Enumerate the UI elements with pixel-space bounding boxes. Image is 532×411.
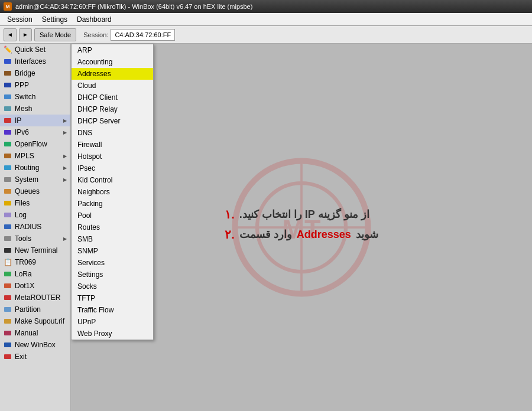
supout-icon <box>4 317 12 325</box>
sidebar-label-tools: Tools <box>15 234 60 243</box>
sidebar-item-interfaces[interactable]: Interfaces <box>0 56 70 67</box>
sidebar-label-partition: Partition <box>15 305 67 314</box>
sidebar-label-lora: LoRa <box>15 270 67 278</box>
radius-icon <box>4 223 12 231</box>
step2-num: .۲ <box>225 227 235 242</box>
queues-icon <box>4 187 12 195</box>
sidebar-item-new-winbox[interactable]: New WinBox <box>0 339 70 351</box>
session-value: C4:AD:34:72:60:FF <box>111 29 175 41</box>
dropdown-item-services[interactable]: Services <box>72 257 153 269</box>
dropdown-item-upnp[interactable]: UPnP <box>72 316 153 328</box>
sidebar-label-openflow: OpenFlow <box>15 140 67 148</box>
dropdown-item-packing[interactable]: Packing <box>72 198 153 210</box>
sidebar-item-openflow[interactable]: OpenFlow <box>0 138 70 150</box>
sidebar-item-log[interactable]: Log <box>0 209 70 221</box>
sidebar-item-files[interactable]: Files <box>0 197 70 209</box>
dropdown-item-snmp[interactable]: SNMP <box>72 245 153 257</box>
sidebar-label-new-winbox: New WinBox <box>15 341 67 349</box>
sidebar-item-exit[interactable]: Exit <box>0 351 70 363</box>
exit-icon <box>4 353 12 361</box>
dropdown-item-hotspot[interactable]: Hotspot <box>72 151 153 162</box>
session-label: Session: <box>83 31 108 38</box>
dropdown-item-web-proxy[interactable]: Web Proxy <box>72 328 153 340</box>
safe-mode-button[interactable]: Safe Mode <box>34 28 76 41</box>
sidebar-item-manual[interactable]: Manual <box>0 327 70 339</box>
ipv6-arrow-icon: ▶ <box>63 130 67 135</box>
sidebar-item-quick-set[interactable]: ✏️ Quick Set <box>0 44 70 56</box>
bridge-icon <box>4 69 12 77</box>
sidebar-label-ip: IP <box>15 116 60 125</box>
title-bar: M admin@C4:AD:34:72:60:FF (MikroTik) - W… <box>0 0 532 13</box>
dropdown-item-dhcp-server[interactable]: DHCP Server <box>72 115 153 127</box>
interfaces-icon <box>4 57 12 66</box>
step1-num: .۱ <box>225 207 235 221</box>
sidebar-item-metarouter[interactable]: MetaROUTER <box>0 292 70 304</box>
menu-dashboard[interactable]: Dashboard <box>72 14 116 25</box>
dropdown-item-addresses[interactable]: Addresses <box>72 68 153 80</box>
dropdown-item-pool[interactable]: Pool <box>72 210 153 221</box>
dropdown-item-socks[interactable]: Socks <box>72 280 153 292</box>
sidebar-item-queues[interactable]: Queues <box>0 185 70 197</box>
sidebar-item-make-supout[interactable]: Make Supout.rif <box>0 315 70 327</box>
dropdown-item-dhcp-client[interactable]: DHCP Client <box>72 92 153 103</box>
sidebar-item-bridge[interactable]: Bridge <box>0 67 70 79</box>
tools-icon <box>4 234 12 243</box>
files-icon <box>4 199 12 207</box>
sidebar-item-new-terminal[interactable]: New Terminal <box>0 244 70 256</box>
dropdown-item-smb[interactable]: SMB <box>72 233 153 245</box>
sidebar-item-dot1x[interactable]: Dot1X <box>0 280 70 292</box>
tools-arrow-icon: ▶ <box>63 236 67 242</box>
sidebar-label-new-terminal: New Terminal <box>15 246 67 255</box>
dropdown-item-kid-control[interactable]: Kid Control <box>72 174 153 186</box>
wand-icon: ✏️ <box>4 45 12 54</box>
sidebar-item-lora[interactable]: LoRa <box>0 268 70 280</box>
dropdown-item-arp[interactable]: ARP <box>72 44 153 56</box>
dropdown-item-tftp[interactable]: TFTP <box>72 292 153 304</box>
switch-icon <box>4 93 12 101</box>
sidebar-item-tools[interactable]: Tools ▶ <box>0 233 70 244</box>
dropdown-item-accounting[interactable]: Accounting <box>72 56 153 68</box>
sidebar-label-ppp: PPP <box>15 81 67 89</box>
dropdown-item-routes[interactable]: Routes <box>72 221 153 233</box>
new-terminal-icon <box>4 246 12 255</box>
sidebar-item-mpls[interactable]: MPLS ▶ <box>0 150 70 162</box>
openflow-icon <box>4 140 12 148</box>
sidebar-item-ip[interactable]: IP ▶ <box>0 115 70 126</box>
manual-icon <box>4 329 12 337</box>
sidebar-item-ipv6[interactable]: IPv6 ▶ <box>0 126 70 138</box>
sidebar-item-radius[interactable]: RADIUS <box>0 221 70 233</box>
sidebar-item-mesh[interactable]: Mesh <box>0 103 70 115</box>
dropdown-item-settings[interactable]: Settings <box>72 269 153 280</box>
sidebar-label-files: Files <box>15 199 67 207</box>
toolbar: ◄ ► Safe Mode Session: C4:AD:34:72:60:FF <box>0 26 532 44</box>
instruction-step1: از منو گزینه IP را انتخاب کنید. .۱ <box>225 207 378 221</box>
sidebar-item-tr069[interactable]: 📋 TR069 <box>0 256 70 268</box>
sidebar-label-interfaces: Interfaces <box>15 57 67 66</box>
ppp-icon <box>4 81 12 89</box>
menu-session[interactable]: Session <box>2 14 37 25</box>
dropdown-item-cloud[interactable]: Cloud <box>72 80 153 92</box>
log-icon <box>4 211 12 219</box>
sidebar-item-partition[interactable]: Partition <box>0 304 70 315</box>
dropdown-item-neighbors[interactable]: Neighbors <box>72 186 153 198</box>
sidebar-label-mesh: Mesh <box>15 105 67 113</box>
mesh-icon <box>4 105 12 113</box>
sidebar-label-quick-set: Quick Set <box>15 45 67 54</box>
dropdown-item-traffic-flow[interactable]: Traffic Flow <box>72 304 153 316</box>
sidebar-item-system[interactable]: System ▶ <box>0 174 70 185</box>
menu-settings[interactable]: Settings <box>37 14 72 25</box>
dropdown-item-firewall[interactable]: Firewall <box>72 139 153 151</box>
sidebar-item-switch[interactable]: Switch <box>0 91 70 103</box>
dropdown-item-ipsec[interactable]: IPsec <box>72 162 153 174</box>
ip-icon <box>4 116 12 125</box>
sidebar-label-metarouter: MetaROUTER <box>15 293 67 302</box>
sidebar-item-routing[interactable]: Routing ▶ <box>0 162 70 174</box>
dropdown-item-dhcp-relay[interactable]: DHCP Relay <box>72 103 153 115</box>
back-button[interactable]: ◄ <box>4 28 17 41</box>
addresses-highlight: Addresses <box>297 229 351 241</box>
forward-button[interactable]: ► <box>19 28 32 41</box>
mpls-icon <box>4 152 12 160</box>
dropdown-item-dns[interactable]: DNS <box>72 127 153 139</box>
sidebar-item-ppp[interactable]: PPP <box>0 79 70 91</box>
step2-rest: شوید <box>356 228 378 241</box>
